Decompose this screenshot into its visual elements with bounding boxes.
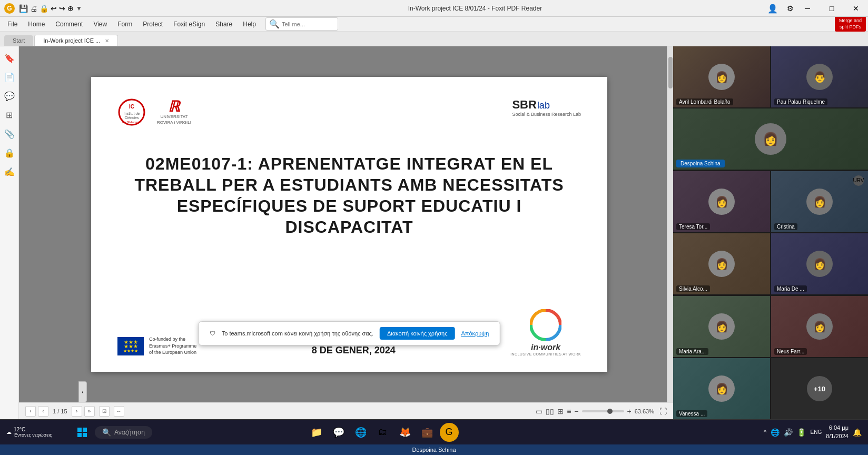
taskbar-start-button[interactable] [74,424,91,441]
video-cell-silvia: 👩 Silvia Alco... [673,233,770,294]
toolbar-redo-icon[interactable]: ↪ [59,4,65,13]
svg-rect-13 [77,433,82,437]
taskbar-edge-icon[interactable]: 🌐 [351,423,370,442]
menu-view[interactable]: View [88,19,112,29]
taskbar-notification-icon[interactable]: 🔔 [853,428,862,437]
menu-file[interactable]: File [2,19,23,29]
search-input[interactable] [282,21,334,27]
view-double-icon[interactable]: ▯▯ [546,407,554,416]
app-icon: G [4,3,15,14]
menu-foxit-esign[interactable]: Foxit eSign [168,19,210,29]
sidebar-security-icon[interactable]: 🔒 [2,145,17,160]
menu-help[interactable]: Help [238,19,261,29]
taskbar-files-icon[interactable]: 🗂 [373,423,392,442]
svg-text:★★★: ★★★ [124,339,138,345]
bottom-name-label: Despoina Schina [0,444,868,455]
stop-sharing-button[interactable]: Διακοπή κοινής χρήσης [380,327,455,340]
pdf-title: 02ME0107-1: APRENENTATGE INTEGRAT EN EL … [117,153,581,238]
participant-name-neus: Neus Farr... [774,348,807,355]
merge-split-button[interactable]: Merge andsplit PDFs [835,16,866,32]
maximize-button[interactable]: □ [820,0,844,17]
zoom-thumb[interactable] [607,409,613,414]
svg-text:de l'Educació: de l'Educació [122,121,141,124]
taskbar-g-icon[interactable]: G [440,423,459,442]
view-grid-icon[interactable]: ⊞ [557,407,564,416]
sidebar-layers-icon[interactable]: ⊞ [2,107,17,122]
toolbar-save-icon[interactable]: 💾 [19,4,28,13]
menu-home[interactable]: Home [23,19,50,29]
menu-protect[interactable]: Protect [137,19,168,29]
toolbar-print-icon[interactable]: 🖨 [30,4,37,13]
pdf-scrollbar[interactable] [667,46,673,402]
taskbar-slack-icon[interactable]: 💼 [418,423,437,442]
sidebar-pages-icon[interactable]: 📄 [2,70,17,84]
svg-text:★★★★: ★★★★ [123,349,138,353]
view-continuous-icon[interactable]: ≡ [567,407,571,416]
fullscreen-button[interactable]: ⛶ [659,407,667,416]
video-cell-pau: 👨 Pau Palau Riquelme [771,46,868,107]
prev-page-button-2[interactable]: ‹ [38,406,48,417]
participant-name-vanessa: Vanessa ... [676,410,707,417]
share-popup-message: Το teams.microsoft.com κάνει κοινή χρήση… [222,330,373,337]
toolbar-down-icon[interactable]: ▼ [76,5,82,12]
taskbar-speaker-icon[interactable]: 🔊 [784,428,793,437]
taskbar-chevron-icon[interactable]: ^ [764,429,767,436]
menu-share[interactable]: Share [210,19,238,29]
zoom-in-button[interactable]: + [627,407,632,416]
taskbar-battery-icon[interactable]: 🔋 [797,428,806,437]
fit-width-button[interactable]: ↔ [114,406,124,417]
participant-name-cristina: Cristina [774,223,797,230]
sidebar-comment-icon[interactable]: 💬 [2,88,17,103]
taskbar-search-label: Αναζήτηση [114,429,145,436]
next-page-button-2[interactable]: » [84,406,95,417]
video-cell-mariade: 👩 Maria De ... [771,233,868,294]
zoom-slider[interactable] [582,410,624,412]
shield-icon: 🛡 [210,330,215,337]
close-button[interactable]: ✕ [844,0,868,17]
menu-comment[interactable]: Comment [50,19,88,29]
search-box[interactable]: 🔍 [265,17,338,31]
user-icon[interactable]: 👤 [761,0,785,17]
video-cell-vanessa: 👩 Vanessa ... [673,358,770,419]
taskbar-firefox-icon[interactable]: 🦊 [396,423,415,442]
settings-icon[interactable]: ⚙ [785,0,795,17]
toolbar-undo-icon[interactable]: ↩ [51,4,57,13]
zoom-out-button[interactable]: − [574,407,578,416]
urv-logo: ℝ UNIVERSITATROVIRA i VIRGILI [157,100,191,125]
hide-button[interactable]: Απόκρυψη [461,330,489,337]
menu-form[interactable]: Form [112,19,137,29]
tab-document[interactable]: In-Work project ICE ... ✕ [34,35,118,46]
taskbar-explorer-icon[interactable]: 📁 [307,423,326,442]
toolbar-extra-icon[interactable]: ⊕ [67,4,74,13]
sidebar-attach-icon[interactable]: 📎 [2,126,17,141]
taskbar-search[interactable]: 🔍 Αναζήτηση [95,426,152,439]
minimize-button[interactable]: ─ [795,0,820,17]
share-popup: 🛡 Το teams.microsoft.com κάνει κοινή χρή… [199,321,500,345]
participant-name-silvia: Silvia Alco... [676,285,710,292]
fit-page-button[interactable]: ⊡ [99,406,110,417]
scroll-thumb[interactable] [668,57,673,88]
prev-page-button[interactable]: ‹ [25,406,36,417]
date-center: 8 DE GENER, 2024 [312,345,396,356]
participant-name-mariade: Maria De ... [774,285,807,292]
sidebar-sign-icon[interactable]: ✍ [2,164,17,179]
zoom-level: 63.63% [635,408,654,414]
svg-text:Ciències: Ciències [125,116,139,120]
toolbar-protect-icon[interactable]: 🔒 [40,4,48,13]
sidebar-bookmark-icon[interactable]: 🔖 [2,51,17,65]
view-single-icon[interactable]: ▭ [536,407,542,416]
panel-collapse-button[interactable]: ‹ [78,381,87,402]
taskbar-language: ENG [810,429,822,435]
svg-text:IC: IC [129,104,134,110]
search-icon: 🔍 [269,19,280,29]
window-title: In-Work project ICE 8/01/24 - Foxit PDF … [86,5,864,12]
pdf-page: IC Institut de Ciències de l'Educació ℝ [91,77,607,372]
video-cell-mariaara: 👩 Maria Ara... [673,296,770,357]
next-page-button[interactable]: › [72,406,82,417]
tab-start[interactable]: Start [4,35,33,46]
taskbar-teams-icon[interactable]: 💬 [329,423,348,442]
taskbar-network-icon[interactable]: 🌐 [771,428,780,437]
tab-close-icon[interactable]: ✕ [105,38,109,44]
taskbar-weather: ☁ 12°C Έντονες νεφώσεις [6,427,70,438]
eu-logo: ★★★ ★★★ ★★★★ Co-funded by theErasmus+ Pr… [117,336,196,356]
